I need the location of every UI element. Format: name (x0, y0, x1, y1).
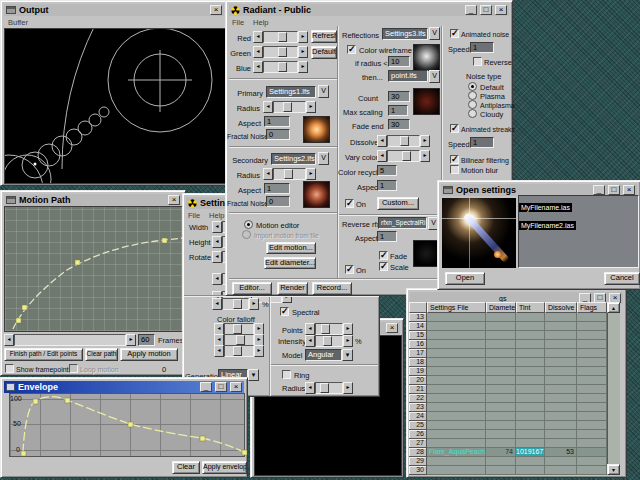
table-cell[interactable] (427, 430, 486, 439)
slider-thumb[interactable] (323, 336, 332, 346)
secondary-file-dropdown[interactable]: Settings2.lfs (271, 153, 316, 165)
slider-left-arrow-icon[interactable]: ◂ (253, 31, 263, 43)
table-row[interactable]: 20 (409, 376, 607, 385)
table-cell[interactable]: 28 (409, 448, 427, 457)
slider-left-arrow-icon[interactable]: ◂ (305, 323, 315, 335)
minimize-icon[interactable]: _ (465, 5, 477, 15)
custom-button[interactable]: Custom... (377, 197, 419, 210)
envelope-clear-button[interactable]: Clear (172, 461, 200, 474)
color-recycle-field[interactable]: 5 (377, 165, 397, 176)
slider-track[interactable] (263, 46, 298, 58)
curve-control-point[interactable] (128, 422, 133, 427)
curve-control-point[interactable] (65, 398, 70, 403)
table-cell[interactable]: 13 (409, 313, 427, 322)
table-cell[interactable] (577, 466, 607, 475)
green-slider[interactable]: ◂▸ (253, 46, 308, 58)
table-cell[interactable] (545, 313, 577, 322)
table-scrollbar[interactable] (607, 313, 620, 464)
menu-file[interactable]: File (232, 18, 244, 27)
slider-left-arrow-icon[interactable]: ◂ (212, 298, 222, 310)
slider-right-arrow-icon[interactable]: ▸ (343, 323, 353, 335)
slider-right-arrow-icon[interactable]: ▸ (298, 46, 308, 58)
table-cell[interactable] (516, 331, 545, 340)
table-row[interactable]: 13 (409, 313, 607, 322)
slider-left-arrow-icon[interactable]: ◂ (305, 335, 315, 347)
slider-track[interactable] (14, 334, 126, 346)
envelope-graph[interactable] (9, 393, 245, 457)
slider-right-arrow-icon[interactable]: ▸ (298, 61, 308, 73)
close-icon[interactable]: × (168, 195, 180, 205)
maximize-icon[interactable]: □ (608, 185, 620, 195)
reverse-checkbox[interactable] (473, 57, 482, 66)
close-icon[interactable]: × (210, 5, 222, 15)
table-cell[interactable] (545, 403, 577, 412)
primary-fractal-field[interactable]: 0 (266, 129, 290, 140)
refresh-button[interactable]: Refresh (311, 30, 337, 43)
table-cell[interactable] (577, 331, 607, 340)
table-row[interactable]: 23 (409, 403, 607, 412)
frames-field[interactable]: 60 (138, 334, 155, 346)
table-cell[interactable] (516, 367, 545, 376)
table-cell[interactable]: 24 (409, 412, 427, 421)
slider-track[interactable] (315, 323, 343, 335)
table-cell[interactable] (486, 439, 516, 448)
table-cell[interactable] (516, 385, 545, 394)
table-cell[interactable] (486, 358, 516, 367)
falloff-slider-3[interactable]: ◂▸ (214, 345, 264, 357)
slider-track[interactable] (315, 335, 343, 347)
table-row[interactable]: 26 (409, 430, 607, 439)
curve-control-point[interactable] (162, 238, 167, 243)
table-cell[interactable]: 16 (409, 340, 427, 349)
then-dropdown-button[interactable]: V (429, 70, 440, 83)
table-cell[interactable] (516, 313, 545, 322)
table-cell[interactable] (545, 412, 577, 421)
table-cell[interactable] (577, 412, 607, 421)
curve-control-point[interactable] (16, 318, 21, 323)
table-cell[interactable] (545, 349, 577, 358)
table-row[interactable]: 27 (409, 439, 607, 448)
slider-track[interactable] (273, 101, 306, 113)
slider-thumb[interactable] (233, 346, 242, 356)
slider-right-arrow-icon[interactable]: ▸ (306, 168, 316, 180)
slider-thumb[interactable] (236, 335, 245, 345)
slider-left-arrow-icon[interactable]: ◂ (305, 382, 315, 394)
file-list-item[interactable]: MyFilename.ias (519, 203, 572, 212)
editor-button[interactable]: Editor... (232, 282, 272, 295)
table-cell[interactable]: 21 (409, 385, 427, 394)
table-cell[interactable] (577, 376, 607, 385)
primary-dropdown-button[interactable]: V (318, 85, 329, 98)
table-cell[interactable]: 17 (409, 349, 427, 358)
table-cell[interactable] (545, 376, 577, 385)
noise-type-radio-plasma[interactable] (468, 91, 477, 100)
table-cell[interactable] (427, 331, 486, 340)
spectral-checkbox[interactable] (280, 307, 289, 316)
table-cell[interactable] (427, 367, 486, 376)
curve-control-point[interactable] (75, 260, 80, 265)
animated-streaks-checkbox[interactable] (450, 124, 459, 133)
table-cell[interactable] (427, 457, 486, 466)
table-cell[interactable] (545, 331, 577, 340)
table-cell[interactable] (545, 421, 577, 430)
menu-help[interactable]: Help (253, 18, 268, 27)
table-cell[interactable]: 23 (409, 403, 427, 412)
settings-file-list[interactable]: MyFilename.ias MyFilename2.ias (518, 195, 639, 268)
curve-control-point[interactable] (242, 450, 247, 455)
table-cell[interactable] (486, 457, 516, 466)
slider-left-arrow-icon[interactable]: ◂ (377, 135, 387, 147)
table-cell[interactable] (516, 349, 545, 358)
speed-field[interactable]: 1 (470, 42, 494, 53)
render-button[interactable]: Render (277, 282, 308, 295)
slider-track[interactable] (315, 382, 343, 394)
color-wireframe-checkbox[interactable] (347, 45, 356, 54)
if-radius-field[interactable]: 10 (388, 56, 410, 67)
slider-track[interactable] (387, 150, 420, 162)
slider-thumb[interactable] (321, 324, 330, 334)
table-cell[interactable]: 29 (409, 457, 427, 466)
slider-thumb[interactable] (278, 47, 287, 57)
slider-right-arrow-icon[interactable]: ▸ (254, 345, 264, 357)
slider-right-arrow-icon[interactable]: ▸ (420, 135, 430, 147)
fade-end-field[interactable]: 30 (388, 119, 410, 130)
cancel-button[interactable]: Cancel (604, 272, 640, 285)
intensity-slider[interactable]: ◂▸ (305, 335, 353, 347)
primary-aspect-field[interactable]: 1 (264, 116, 290, 127)
